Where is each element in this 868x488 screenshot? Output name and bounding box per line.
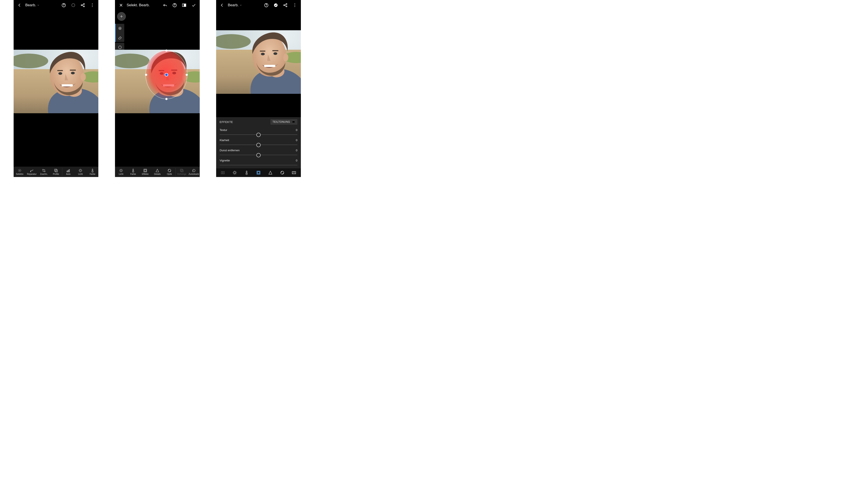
photo-canvas[interactable] xyxy=(115,50,200,113)
slider-dehaze: Dunst entfernen0 xyxy=(216,147,301,157)
back-button[interactable] xyxy=(218,1,226,9)
svg-point-78 xyxy=(294,6,295,7)
slider-vignette: Vignette0 xyxy=(216,157,301,167)
svg-point-75 xyxy=(274,3,278,7)
confirm-button[interactable] xyxy=(190,1,197,9)
bottom-toolbar: Selektiv Reparatur Zuschn. Profile Auto … xyxy=(13,166,98,177)
svg-point-57 xyxy=(72,4,75,7)
tool-repair[interactable]: Reparatur xyxy=(26,166,38,177)
undo-button[interactable] xyxy=(161,1,169,9)
help-button[interactable] xyxy=(262,1,270,9)
title-text: Bearb. xyxy=(25,3,36,7)
tool-color[interactable]: Farbe xyxy=(127,166,139,177)
effects-panel: EFFEKTE TEILTONUNG Textur0 Klarheit0 Dun… xyxy=(216,117,301,169)
screen-selective-edit: Selekt. Bearb. Licht Farbe xyxy=(115,0,200,177)
tab-effects[interactable] xyxy=(254,169,263,177)
screen-title[interactable]: Bearb. xyxy=(25,3,39,7)
share-button[interactable] xyxy=(281,1,289,9)
cloud-status-icon[interactable] xyxy=(69,1,77,9)
split-toning-button[interactable]: TEILTONUNG xyxy=(270,119,298,125)
tool-details[interactable]: Details xyxy=(151,166,163,177)
share-button[interactable] xyxy=(79,1,87,9)
tool-previous: Vorherige xyxy=(176,166,188,177)
tool-effects[interactable]: Effekte xyxy=(139,166,151,177)
slider-value: 0 xyxy=(296,149,298,152)
svg-point-58 xyxy=(92,3,93,4)
slider-track[interactable] xyxy=(220,153,298,157)
back-button[interactable] xyxy=(16,1,24,9)
help-button[interactable] xyxy=(171,1,179,9)
help-button[interactable] xyxy=(60,1,68,9)
tool-color[interactable]: Farbe xyxy=(87,166,98,177)
tab-details[interactable] xyxy=(266,169,275,177)
more-button[interactable] xyxy=(88,1,96,9)
svg-point-59 xyxy=(92,5,93,6)
screen-title[interactable]: Bearb. xyxy=(228,3,242,7)
slider-value: 0 xyxy=(296,128,298,132)
more-button[interactable] xyxy=(291,1,299,9)
tool-light[interactable]: Licht xyxy=(74,166,87,177)
tool-crop[interactable]: Zuschn. xyxy=(38,166,50,177)
chevron-down-icon xyxy=(37,4,39,6)
slider-knob[interactable] xyxy=(256,133,261,137)
slider-track[interactable] xyxy=(220,132,298,137)
svg-point-76 xyxy=(294,3,295,4)
slider-knob[interactable] xyxy=(256,143,261,147)
slider-track[interactable] xyxy=(220,163,298,167)
tab-light[interactable] xyxy=(230,169,240,177)
svg-point-60 xyxy=(92,6,93,7)
svg-point-64 xyxy=(120,28,121,29)
slider-texture: Textur0 xyxy=(216,127,301,137)
brush-tool[interactable] xyxy=(116,24,124,33)
tab-presets[interactable] xyxy=(218,169,227,177)
slider-knob[interactable] xyxy=(256,153,261,157)
header: Bearb. xyxy=(13,0,98,10)
svg-point-77 xyxy=(294,5,295,6)
tab-color[interactable] xyxy=(242,169,251,177)
tool-profiles[interactable]: Profile xyxy=(50,166,62,177)
bottom-icon-row xyxy=(216,169,301,177)
photo-canvas[interactable] xyxy=(216,30,301,94)
svg-point-65 xyxy=(119,46,121,49)
eraser-tool[interactable] xyxy=(116,33,124,42)
panel-title: EFFEKTE xyxy=(220,120,233,124)
header: Bearb. xyxy=(216,0,301,10)
tool-selective[interactable]: Selektiv xyxy=(13,166,26,177)
photo-canvas[interactable] xyxy=(13,50,98,113)
tool-light[interactable]: Licht xyxy=(115,166,127,177)
screen-edit-main: Bearb. Selektiv Reparatur Zuschn. Profil… xyxy=(13,0,98,177)
close-button[interactable] xyxy=(117,1,125,9)
add-selection-button[interactable] xyxy=(117,12,126,21)
tool-auto[interactable]: Auto xyxy=(62,166,74,177)
bottom-toolbar: Licht Farbe Effekte Details Optik Vorher… xyxy=(115,166,200,177)
chevron-down-icon xyxy=(240,4,242,6)
tool-optics[interactable]: Optik xyxy=(163,166,176,177)
selective-tool-strip xyxy=(115,24,124,42)
tab-geometry[interactable] xyxy=(289,169,299,177)
slider-value: 0 xyxy=(296,159,298,162)
compare-button[interactable] xyxy=(180,1,188,9)
slider-value: 0 xyxy=(296,139,298,142)
slider-clarity: Klarheit0 xyxy=(216,137,301,147)
screen-effects-panel: Bearb. EFFEKTE TEILTONUNG Textur0 Klarhe… xyxy=(216,0,301,177)
tab-optics[interactable] xyxy=(278,169,287,177)
header: Selekt. Bearb. xyxy=(115,0,200,10)
split-toning-icon xyxy=(292,121,295,123)
slider-track[interactable] xyxy=(220,143,298,147)
screen-title: Selekt. Bearb. xyxy=(127,3,150,7)
tool-reset[interactable]: Zurücksetz xyxy=(188,166,200,177)
sync-done-icon[interactable] xyxy=(272,1,280,9)
